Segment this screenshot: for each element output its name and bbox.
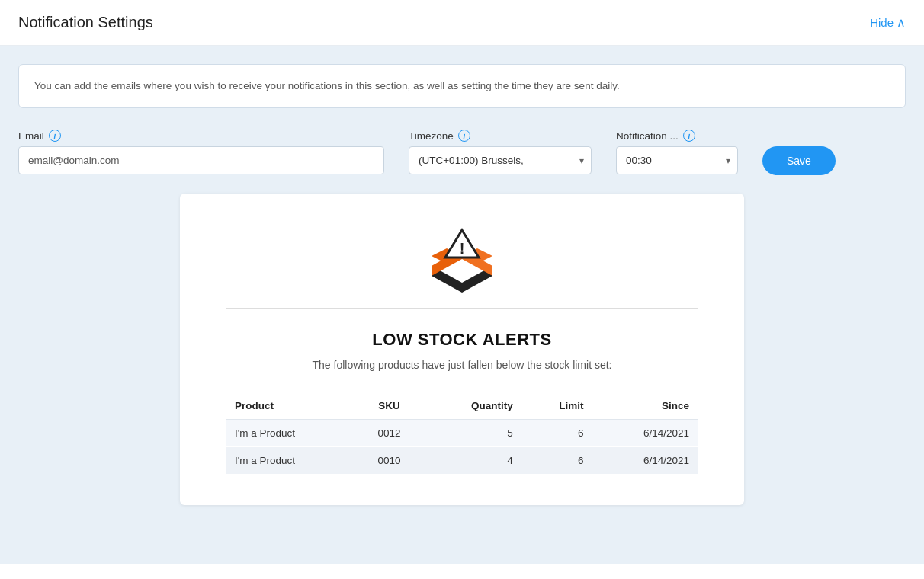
col-sku: SKU (355, 392, 423, 420)
table-header-row: Product SKU Quantity Limit Since (226, 392, 698, 420)
alert-icon-area: ! (226, 224, 698, 293)
timezone-info-icon[interactable]: i (458, 130, 470, 142)
timezone-label: Timezone i (409, 130, 592, 142)
notification-select-wrapper: 00:30 ▾ (616, 146, 738, 174)
notification-time-select[interactable]: 00:30 (616, 146, 738, 174)
header: Notification Settings Hide ∧ (0, 0, 924, 46)
col-quantity: Quantity (423, 392, 522, 420)
chevron-up-icon: ∧ (897, 15, 906, 30)
notification-label: Notification ... i (616, 130, 738, 142)
cell-quantity: 5 (423, 420, 522, 447)
table-body: I'm a Product 0012 5 6 6/14/2021 I'm a P… (226, 420, 698, 475)
hide-label: Hide (870, 16, 894, 29)
cell-sku: 0010 (355, 447, 423, 475)
table-header: Product SKU Quantity Limit Since (226, 392, 698, 420)
divider (226, 308, 698, 309)
notification-field-group: Notification ... i 00:30 ▾ (616, 130, 738, 174)
alert-title: LOW STOCK ALERTS (226, 330, 698, 350)
email-label: Email i (18, 130, 384, 142)
page-title: Notification Settings (18, 14, 153, 31)
cell-since: 6/14/2021 (592, 420, 698, 447)
col-limit: Limit (522, 392, 593, 420)
cell-product: I'm a Product (226, 420, 355, 447)
content-area: You can add the emails where you wish to… (0, 46, 924, 564)
cell-limit: 6 (522, 447, 593, 475)
timezone-select[interactable]: (UTC+01:00) Brussels, (409, 146, 592, 174)
hide-button[interactable]: Hide ∧ (870, 15, 906, 30)
info-box-text: You can add the emails where you wish to… (34, 80, 620, 91)
low-stock-icon: ! (424, 224, 500, 293)
cell-limit: 6 (522, 420, 593, 447)
cell-sku: 0012 (355, 420, 423, 447)
email-field-group: Email i (18, 130, 384, 174)
cell-quantity: 4 (423, 447, 522, 475)
save-button[interactable]: Save (762, 146, 836, 175)
cell-since: 6/14/2021 (592, 447, 698, 475)
info-box: You can add the emails where you wish to… (18, 64, 906, 108)
col-since: Since (592, 392, 698, 420)
email-input[interactable] (18, 146, 384, 174)
cell-product: I'm a Product (226, 447, 355, 475)
email-preview-card: ! LOW STOCK ALERTS The following product… (180, 194, 744, 505)
svg-text:!: ! (460, 240, 465, 257)
notification-info-icon[interactable]: i (683, 130, 695, 142)
stock-table: Product SKU Quantity Limit Since I'm a P… (226, 392, 698, 475)
table-row: I'm a Product 0010 4 6 6/14/2021 (226, 447, 698, 475)
alert-subtitle: The following products have just fallen … (226, 359, 698, 371)
email-info-icon[interactable]: i (49, 130, 61, 142)
timezone-select-wrapper: (UTC+01:00) Brussels, ▾ (409, 146, 592, 174)
page-wrapper: Notification Settings Hide ∧ You can add… (0, 0, 924, 579)
col-product: Product (226, 392, 355, 420)
form-row: Email i Timezone i (UTC+01:00) Brussels,… (18, 130, 906, 175)
timezone-field-group: Timezone i (UTC+01:00) Brussels, ▾ (409, 130, 592, 174)
table-row: I'm a Product 0012 5 6 6/14/2021 (226, 420, 698, 447)
